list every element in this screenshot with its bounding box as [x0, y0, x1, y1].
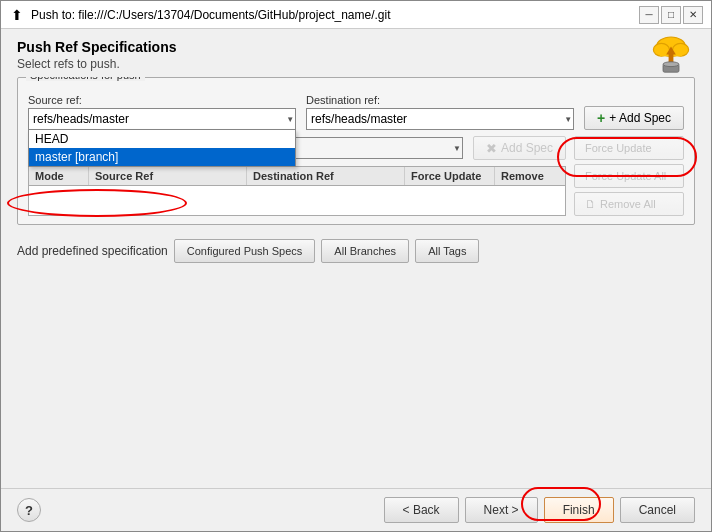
add-spec-disabled-label: Add Spec: [501, 141, 553, 155]
destination-ref-input[interactable]: [306, 108, 574, 130]
title-bar: ⬆ Push to: file:///C:/Users/13704/Docume…: [1, 1, 711, 29]
next-button[interactable]: Next >: [465, 497, 538, 523]
side-buttons: Force Update Force Update All 🗋 Remove A…: [574, 136, 684, 216]
footer-right: < Back Next > Finish Cancel: [384, 497, 695, 523]
add-spec-button-active[interactable]: + + Add Spec: [584, 106, 684, 130]
specs-group-label: Specifications for push: [26, 77, 145, 81]
dropdown-item-head[interactable]: HEAD: [29, 130, 295, 148]
col-remove: Remove: [495, 167, 565, 185]
add-spec-button-disabled[interactable]: ✖ Add Spec: [473, 136, 566, 160]
configured-push-specs-tab[interactable]: Configured Push Specs: [174, 239, 316, 263]
cloud-icon-area: [647, 29, 695, 77]
finish-button[interactable]: Finish: [544, 497, 614, 523]
remove-all-label: Remove All: [600, 198, 656, 210]
col-source-ref: Source Ref: [89, 167, 247, 185]
cancel-button[interactable]: Cancel: [620, 497, 695, 523]
footer: ? < Back Next > Finish Cancel: [1, 488, 711, 531]
all-tags-tab[interactable]: All Tags: [415, 239, 479, 263]
remove-all-icon: 🗋: [585, 198, 596, 210]
window-controls: ─ □ ✕: [639, 6, 703, 24]
footer-left: ?: [17, 498, 41, 522]
table-header: Mode Source Ref Destination Ref Force Up…: [29, 167, 565, 186]
col-force-update: Force Update: [405, 167, 495, 185]
dialog-header: Push Ref Specifications Select refs to p…: [1, 29, 711, 77]
source-ref-input[interactable]: [28, 108, 296, 130]
dialog-subtitle: Select refs to push.: [17, 57, 176, 71]
svg-point-7: [663, 62, 679, 67]
force-update-button[interactable]: Force Update: [574, 136, 684, 160]
maximize-button[interactable]: □: [661, 6, 681, 24]
add-spec-icon: +: [597, 110, 605, 126]
content-area: Specifications for push Source ref: ▼ HE…: [1, 77, 711, 488]
source-ref-dropdown: HEAD master [branch]: [28, 130, 296, 167]
specs-group: Specifications for push Source ref: ▼ HE…: [17, 77, 695, 225]
add-spec-label: + Add Spec: [609, 111, 671, 125]
help-button[interactable]: ?: [17, 498, 41, 522]
force-update-all-label: Force Update All: [585, 170, 666, 182]
add-spec-disabled-icon: ✖: [486, 141, 497, 156]
dropdown-item-master[interactable]: master [branch]: [29, 148, 295, 166]
main-window: ⬆ Push to: file:///C:/Users/13704/Docume…: [0, 0, 712, 532]
destination-ref-label: Destination ref:: [306, 94, 574, 106]
bottom-row: Add predefined specification Configured …: [17, 233, 695, 267]
specs-table: Mode Source Ref Destination Ref Force Up…: [28, 166, 566, 216]
window-title: Push to: file:///C:/Users/13704/Document…: [31, 8, 639, 22]
col-mode: Mode: [29, 167, 89, 185]
force-update-label: Force Update: [585, 142, 652, 154]
remove-all-button[interactable]: 🗋 Remove All: [574, 192, 684, 216]
window-icon: ⬆: [9, 7, 25, 23]
cloud-icon: [647, 29, 695, 77]
table-body: [29, 186, 565, 215]
col-dest-ref: Destination Ref: [247, 167, 405, 185]
source-ref-label: Source ref:: [28, 94, 296, 106]
close-button[interactable]: ✕: [683, 6, 703, 24]
source-ref-field: Source ref: ▼ HEAD master [branch]: [28, 94, 296, 130]
dialog-title: Push Ref Specifications: [17, 39, 176, 55]
all-branches-tab[interactable]: All Branches: [321, 239, 409, 263]
destination-ref-field: Destination ref: ▼: [306, 94, 574, 130]
minimize-button[interactable]: ─: [639, 6, 659, 24]
force-update-all-button[interactable]: Force Update All: [574, 164, 684, 188]
predefined-label: Add predefined specification: [17, 244, 168, 258]
back-button[interactable]: < Back: [384, 497, 459, 523]
